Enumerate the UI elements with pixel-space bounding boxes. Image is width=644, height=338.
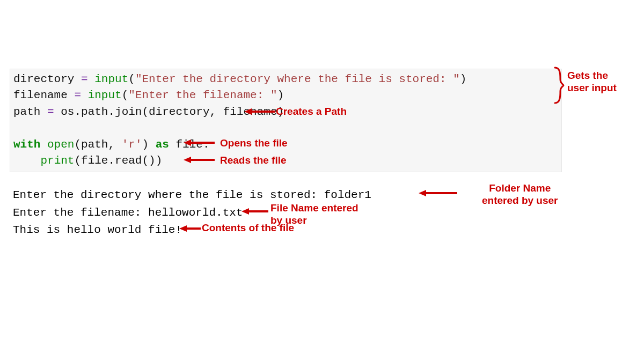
code-paren: ( [74,138,81,151]
code-fn: print [40,155,74,167]
code-rest: (file.read()) [74,155,162,167]
code-arg: path, [81,138,122,151]
arrow-icon [184,138,215,147]
code-indent [13,155,40,167]
code-var: path [13,106,47,118]
svg-marker-11 [179,225,187,232]
arrow-icon [179,224,201,233]
annotation-contents: Contents of the file [202,222,294,234]
code-keyword: with [13,138,47,151]
code-paren: ) [277,89,284,101]
annotation-opens-file: Opens the file [220,137,288,150]
code-keyword: as [156,138,176,151]
code-paren: ) [460,73,467,85]
svg-marker-1 [244,108,252,115]
svg-marker-3 [184,139,191,146]
svg-marker-7 [419,190,426,196]
code-eq: = [74,89,87,101]
code-paren: ( [128,73,135,85]
arrow-icon [244,107,275,116]
output-line: This is hello world file! [13,224,182,236]
code-fn: input [88,89,122,101]
code-paren: ) [142,138,155,151]
svg-marker-5 [184,157,191,163]
output-line: Enter the directory where the file is st… [13,189,371,201]
code-eq: = [81,73,94,85]
code-var: filename [13,89,74,101]
code-paren: ( [122,89,129,101]
code-string: "Enter the filename: " [128,89,277,101]
code-string: "Enter the directory where the file is s… [135,73,460,85]
arrow-icon [184,156,215,164]
brace-icon [554,67,565,106]
code-eq: = [47,106,61,118]
code-fn: input [94,73,128,85]
output-line: Enter the filename: helloworld.txt [13,207,243,219]
svg-marker-9 [241,208,249,215]
code-var: directory [13,73,81,85]
arrow-icon [419,189,457,197]
annotation-gets-input: Gets the user input [567,70,617,94]
annotation-creates-path: Creates a Path [276,106,347,118]
code-fn: open [47,138,74,151]
annotation-folder-name: Folder Name entered by user [482,182,558,207]
arrow-icon [241,207,268,216]
annotation-reads-file: Reads the file [220,155,287,167]
code-string: 'r' [122,138,142,151]
